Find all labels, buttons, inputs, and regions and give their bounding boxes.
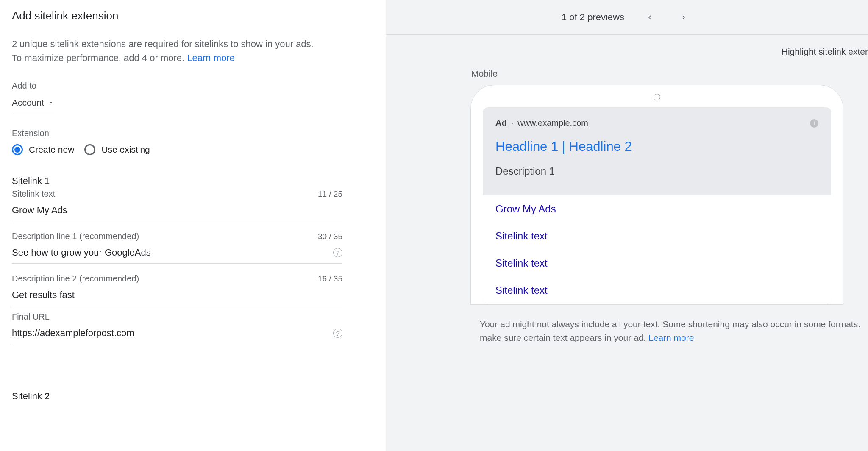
char-counter: 16 / 35 (318, 274, 342, 284)
help-icon[interactable]: ? (333, 329, 342, 338)
radio-icon (12, 144, 23, 155)
field-description-1: Description line 1 (recommended) 30 / 35… (12, 231, 342, 264)
page-title: Add sitelink extension (12, 9, 374, 22)
learn-more-link[interactable]: Learn more (187, 53, 235, 63)
field-description-2: Description line 2 (recommended) 16 / 35 (12, 274, 342, 306)
preview-disclaimer: Your ad might not always include all you… (470, 305, 868, 344)
field-label: Description line 2 (recommended) (12, 274, 139, 284)
field-final-url: Final URL ? (12, 312, 342, 344)
field-sitelink-text: Sitelink text 11 / 25 (12, 189, 342, 221)
help-icon[interactable]: ? (333, 248, 342, 257)
disclaimer-learn-more-link[interactable]: Learn more (648, 333, 694, 342)
info-icon[interactable]: i (810, 119, 818, 128)
char-counter: 11 / 25 (318, 189, 342, 199)
description-text: 2 unique sitelink extensions are require… (12, 39, 314, 63)
phone-speaker (483, 94, 831, 107)
extension-radio-group: Create new Use existing (12, 144, 374, 155)
device-label: Mobile (471, 69, 868, 79)
chevron-right-icon (680, 14, 687, 21)
sitelink-item[interactable]: Grow My Ads (483, 195, 831, 223)
phone-frame: Ad · www.example.com i Headline 1 | Head… (470, 85, 843, 305)
radio-label: Use existing (101, 145, 150, 155)
preview-area: Mobile Ad · www.example.com i Headline 1… (386, 57, 868, 451)
ad-description: Description 1 (495, 165, 818, 177)
sitelink-item[interactable]: Sitelink text (483, 223, 831, 250)
ad-preview-card: Ad · www.example.com i Headline 1 | Head… (483, 107, 831, 304)
sitelink2-heading: Sitelink 2 (12, 391, 374, 402)
preview-header: 1 of 2 previews (386, 0, 868, 35)
char-counter: 30 / 35 (318, 232, 342, 241)
add-to-dropdown[interactable]: Account (12, 95, 54, 112)
ad-headline: Headline 1 | Headline 2 (495, 139, 818, 154)
description1-input[interactable] (12, 247, 333, 258)
extension-label: Extension (12, 128, 374, 138)
final-url-input[interactable] (12, 328, 333, 339)
field-label: Description line 1 (recommended) (12, 231, 139, 241)
form-panel: Add sitelink extension 2 unique sitelink… (0, 0, 386, 451)
ad-badge: Ad (495, 118, 507, 128)
radio-icon (84, 144, 95, 155)
ad-url-row: Ad · www.example.com i (495, 118, 818, 128)
sitelink-item[interactable]: Sitelink text (483, 250, 831, 277)
ad-sitelinks-list: Grow My Ads Sitelink text Sitelink text … (483, 195, 831, 304)
preview-prev-button[interactable] (641, 9, 658, 26)
add-to-value: Account (12, 97, 44, 108)
description2-input[interactable] (12, 290, 342, 301)
add-to-label: Add to (12, 81, 374, 91)
dot-separator: · (511, 118, 514, 128)
field-label: Final URL (12, 312, 50, 322)
field-label: Sitelink text (12, 189, 55, 199)
ad-domain: www.example.com (517, 118, 588, 128)
preview-counter: 1 of 2 previews (562, 12, 624, 23)
sitelink-text-input[interactable] (12, 205, 342, 216)
chevron-down-icon (47, 99, 54, 106)
sitelink-item[interactable]: Sitelink text (483, 277, 831, 304)
chevron-left-icon (646, 14, 654, 21)
radio-label: Create new (29, 145, 74, 155)
sitelink1-heading: Sitelink 1 (12, 175, 374, 187)
radio-use-existing[interactable]: Use existing (84, 144, 150, 155)
preview-panel: 1 of 2 previews Highlight sitelink exter… (386, 0, 868, 451)
page-description: 2 unique sitelink extensions are require… (12, 37, 326, 65)
preview-next-button[interactable] (675, 9, 692, 26)
highlight-toggle-label: Highlight sitelink exter (386, 35, 868, 57)
radio-create-new[interactable]: Create new (12, 144, 74, 155)
